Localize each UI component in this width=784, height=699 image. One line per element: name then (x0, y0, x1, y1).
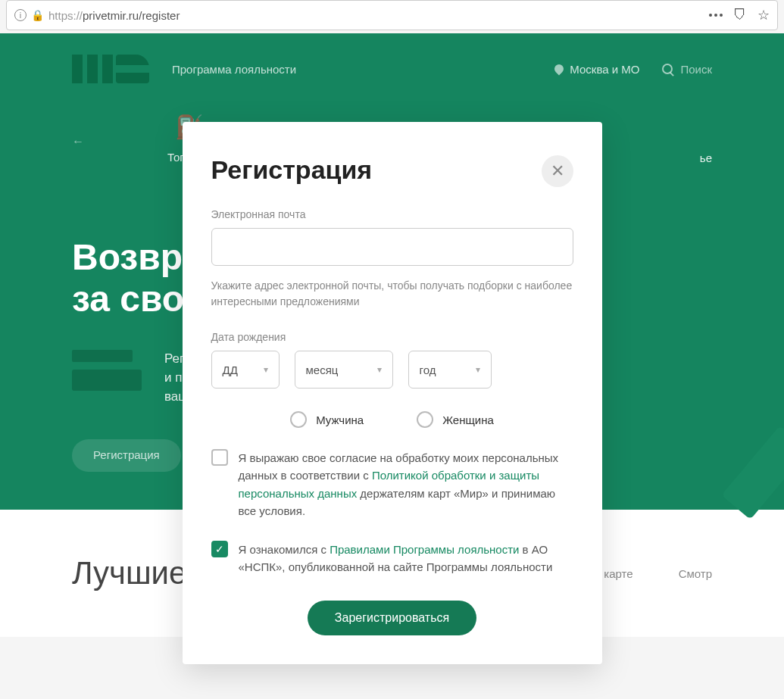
dob-label: Дата рождения (211, 331, 573, 343)
email-label: Электронная почта (211, 208, 573, 220)
more-icon[interactable] (709, 14, 723, 17)
gender-female-radio[interactable]: Женщина (417, 411, 494, 428)
chevron-down-icon: ▾ (377, 364, 382, 375)
radio-label: Женщина (442, 413, 494, 426)
info-icon[interactable]: i (14, 9, 27, 21)
gender-male-radio[interactable]: Мужчина (290, 411, 364, 428)
chevron-down-icon: ▾ (476, 364, 480, 375)
radio-icon (290, 411, 307, 428)
card-illustration (72, 350, 142, 391)
email-hint: Укажите адрес электронной почты, чтобы п… (211, 278, 573, 310)
location-text: Москва и МО (570, 63, 639, 76)
browser-url-bar[interactable]: i 🔒 https://privetmir.ru/register ⛉ ☆ (6, 0, 778, 30)
submit-button[interactable]: Зарегистрироваться (308, 601, 476, 635)
pocket-icon[interactable]: ⛉ (733, 8, 747, 23)
radio-icon (417, 411, 433, 428)
modal-title: Регистрация (211, 155, 373, 185)
category-health[interactable]: ье (700, 114, 712, 164)
consent-personal-data-checkbox[interactable] (211, 449, 228, 466)
select-value: ДД (223, 364, 238, 376)
tagline: Программа лояльности (172, 63, 296, 76)
select-value: год (420, 364, 436, 376)
email-input[interactable] (211, 228, 573, 266)
location-selector[interactable]: Москва и МО (554, 63, 639, 76)
search-input[interactable]: Поиск (662, 63, 712, 76)
loyalty-rules-link[interactable]: Правилами Программы лояльности (330, 543, 519, 556)
url-text: https://privetmir.ru/register (48, 9, 180, 22)
chevron-down-icon: ▾ (264, 364, 268, 375)
registration-modal: Регистрация ✕ Электронная почта Укажите … (183, 122, 602, 664)
month-select[interactable]: месяц ▾ (295, 351, 393, 389)
chevron-left-icon[interactable]: ← (72, 135, 84, 148)
search-icon (662, 64, 673, 74)
search-placeholder: Поиск (680, 63, 712, 76)
select-value: месяц (306, 364, 339, 376)
day-select[interactable]: ДД ▾ (211, 351, 280, 389)
consent-text: Я выражаю свое согласие на обработку мои… (239, 449, 573, 520)
category-label: ье (700, 151, 712, 164)
year-select[interactable]: год ▾ (408, 351, 492, 389)
close-button[interactable]: ✕ (542, 155, 573, 187)
mir-logo[interactable] (72, 55, 149, 83)
link-view-all[interactable]: Смотр (679, 567, 712, 580)
site-header: Программа лояльности Москва и МО Поиск (0, 48, 784, 98)
pin-icon (553, 63, 566, 76)
radio-label: Мужчина (316, 413, 364, 426)
lock-icon: 🔒 (31, 9, 44, 21)
consent-text: Я ознакомился с Правилами Программы лоял… (239, 541, 573, 576)
consent-rules-checkbox[interactable]: ✓ (211, 541, 228, 557)
close-icon: ✕ (551, 161, 564, 181)
register-button[interactable]: Регистрация (72, 439, 181, 472)
bookmark-star-icon[interactable]: ☆ (757, 7, 770, 23)
